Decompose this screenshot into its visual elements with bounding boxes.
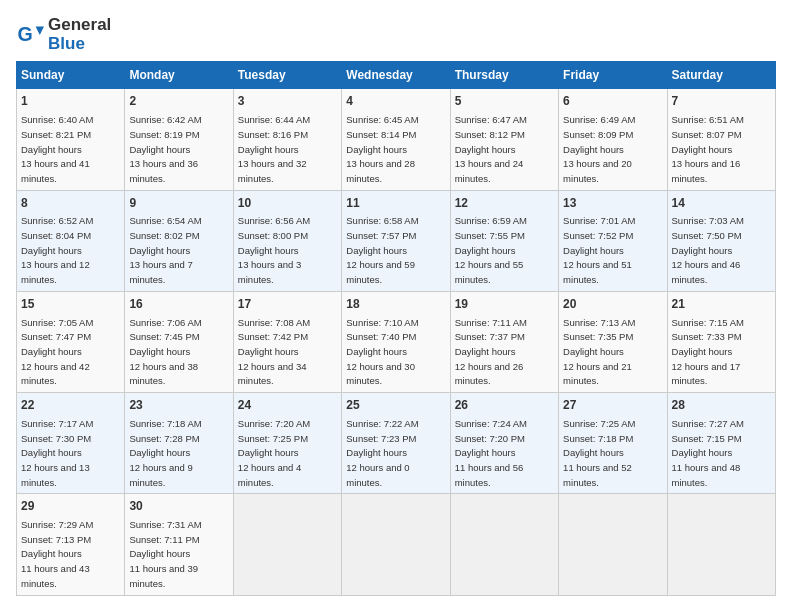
day-info: Sunrise: 6:42 AMSunset: 8:19 PMDaylight …	[129, 114, 201, 184]
day-number: 1	[21, 93, 120, 110]
day-info: Sunrise: 6:40 AMSunset: 8:21 PMDaylight …	[21, 114, 93, 184]
calendar-cell: 29Sunrise: 7:29 AMSunset: 7:13 PMDayligh…	[17, 494, 125, 595]
day-info: Sunrise: 6:59 AMSunset: 7:55 PMDaylight …	[455, 215, 527, 285]
day-number: 12	[455, 195, 554, 212]
day-number: 6	[563, 93, 662, 110]
day-number: 27	[563, 397, 662, 414]
calendar-table: SundayMondayTuesdayWednesdayThursdayFrid…	[16, 61, 776, 595]
calendar-cell	[450, 494, 558, 595]
calendar-cell: 14Sunrise: 7:03 AMSunset: 7:50 PMDayligh…	[667, 190, 775, 291]
day-info: Sunrise: 7:08 AMSunset: 7:42 PMDaylight …	[238, 317, 310, 387]
day-number: 26	[455, 397, 554, 414]
day-number: 17	[238, 296, 337, 313]
calendar-cell: 9Sunrise: 6:54 AMSunset: 8:02 PMDaylight…	[125, 190, 233, 291]
day-number: 13	[563, 195, 662, 212]
day-info: Sunrise: 6:58 AMSunset: 7:57 PMDaylight …	[346, 215, 418, 285]
day-number: 28	[672, 397, 771, 414]
day-info: Sunrise: 6:56 AMSunset: 8:00 PMDaylight …	[238, 215, 310, 285]
weekday-header-sunday: Sunday	[17, 62, 125, 89]
day-info: Sunrise: 7:18 AMSunset: 7:28 PMDaylight …	[129, 418, 201, 488]
calendar-cell: 23Sunrise: 7:18 AMSunset: 7:28 PMDayligh…	[125, 393, 233, 494]
day-info: Sunrise: 7:13 AMSunset: 7:35 PMDaylight …	[563, 317, 635, 387]
day-info: Sunrise: 7:27 AMSunset: 7:15 PMDaylight …	[672, 418, 744, 488]
day-info: Sunrise: 7:22 AMSunset: 7:23 PMDaylight …	[346, 418, 418, 488]
calendar-cell: 22Sunrise: 7:17 AMSunset: 7:30 PMDayligh…	[17, 393, 125, 494]
day-number: 30	[129, 498, 228, 515]
day-info: Sunrise: 6:54 AMSunset: 8:02 PMDaylight …	[129, 215, 201, 285]
calendar-cell: 10Sunrise: 6:56 AMSunset: 8:00 PMDayligh…	[233, 190, 341, 291]
logo: G General Blue	[16, 16, 111, 53]
calendar-cell	[559, 494, 667, 595]
day-number: 19	[455, 296, 554, 313]
calendar-cell: 25Sunrise: 7:22 AMSunset: 7:23 PMDayligh…	[342, 393, 450, 494]
calendar-cell: 5Sunrise: 6:47 AMSunset: 8:12 PMDaylight…	[450, 89, 558, 190]
day-info: Sunrise: 7:24 AMSunset: 7:20 PMDaylight …	[455, 418, 527, 488]
day-number: 14	[672, 195, 771, 212]
weekday-header-wednesday: Wednesday	[342, 62, 450, 89]
calendar-cell: 12Sunrise: 6:59 AMSunset: 7:55 PMDayligh…	[450, 190, 558, 291]
day-info: Sunrise: 6:44 AMSunset: 8:16 PMDaylight …	[238, 114, 310, 184]
day-number: 4	[346, 93, 445, 110]
day-number: 2	[129, 93, 228, 110]
day-number: 24	[238, 397, 337, 414]
weekday-header-friday: Friday	[559, 62, 667, 89]
calendar-cell: 2Sunrise: 6:42 AMSunset: 8:19 PMDaylight…	[125, 89, 233, 190]
weekday-header-monday: Monday	[125, 62, 233, 89]
calendar-cell: 3Sunrise: 6:44 AMSunset: 8:16 PMDaylight…	[233, 89, 341, 190]
calendar-cell: 18Sunrise: 7:10 AMSunset: 7:40 PMDayligh…	[342, 291, 450, 392]
weekday-header-tuesday: Tuesday	[233, 62, 341, 89]
day-number: 11	[346, 195, 445, 212]
calendar-cell: 27Sunrise: 7:25 AMSunset: 7:18 PMDayligh…	[559, 393, 667, 494]
day-number: 7	[672, 93, 771, 110]
day-number: 10	[238, 195, 337, 212]
weekday-header-thursday: Thursday	[450, 62, 558, 89]
logo-text-general: General	[48, 15, 111, 34]
weekday-header-saturday: Saturday	[667, 62, 775, 89]
calendar-cell: 13Sunrise: 7:01 AMSunset: 7:52 PMDayligh…	[559, 190, 667, 291]
day-info: Sunrise: 7:10 AMSunset: 7:40 PMDaylight …	[346, 317, 418, 387]
day-number: 16	[129, 296, 228, 313]
day-info: Sunrise: 7:05 AMSunset: 7:47 PMDaylight …	[21, 317, 93, 387]
day-info: Sunrise: 7:17 AMSunset: 7:30 PMDaylight …	[21, 418, 93, 488]
day-info: Sunrise: 6:47 AMSunset: 8:12 PMDaylight …	[455, 114, 527, 184]
day-info: Sunrise: 7:25 AMSunset: 7:18 PMDaylight …	[563, 418, 635, 488]
calendar-cell	[667, 494, 775, 595]
day-info: Sunrise: 6:49 AMSunset: 8:09 PMDaylight …	[563, 114, 635, 184]
day-info: Sunrise: 7:31 AMSunset: 7:11 PMDaylight …	[129, 519, 201, 589]
page-header: G General Blue	[16, 16, 776, 53]
calendar-cell: 24Sunrise: 7:20 AMSunset: 7:25 PMDayligh…	[233, 393, 341, 494]
day-number: 9	[129, 195, 228, 212]
logo-icon: G	[16, 21, 44, 49]
day-info: Sunrise: 7:29 AMSunset: 7:13 PMDaylight …	[21, 519, 93, 589]
day-number: 29	[21, 498, 120, 515]
day-number: 25	[346, 397, 445, 414]
calendar-cell: 20Sunrise: 7:13 AMSunset: 7:35 PMDayligh…	[559, 291, 667, 392]
day-number: 20	[563, 296, 662, 313]
calendar-cell: 28Sunrise: 7:27 AMSunset: 7:15 PMDayligh…	[667, 393, 775, 494]
calendar-cell	[233, 494, 341, 595]
calendar-cell: 26Sunrise: 7:24 AMSunset: 7:20 PMDayligh…	[450, 393, 558, 494]
day-info: Sunrise: 6:52 AMSunset: 8:04 PMDaylight …	[21, 215, 93, 285]
calendar-cell: 30Sunrise: 7:31 AMSunset: 7:11 PMDayligh…	[125, 494, 233, 595]
day-number: 3	[238, 93, 337, 110]
day-number: 23	[129, 397, 228, 414]
day-number: 15	[21, 296, 120, 313]
day-number: 8	[21, 195, 120, 212]
calendar-cell: 4Sunrise: 6:45 AMSunset: 8:14 PMDaylight…	[342, 89, 450, 190]
calendar-cell: 1Sunrise: 6:40 AMSunset: 8:21 PMDaylight…	[17, 89, 125, 190]
day-info: Sunrise: 7:20 AMSunset: 7:25 PMDaylight …	[238, 418, 310, 488]
day-info: Sunrise: 7:06 AMSunset: 7:45 PMDaylight …	[129, 317, 201, 387]
day-number: 5	[455, 93, 554, 110]
day-info: Sunrise: 6:51 AMSunset: 8:07 PMDaylight …	[672, 114, 744, 184]
day-info: Sunrise: 7:15 AMSunset: 7:33 PMDaylight …	[672, 317, 744, 387]
calendar-cell: 19Sunrise: 7:11 AMSunset: 7:37 PMDayligh…	[450, 291, 558, 392]
day-number: 22	[21, 397, 120, 414]
calendar-cell: 16Sunrise: 7:06 AMSunset: 7:45 PMDayligh…	[125, 291, 233, 392]
day-number: 18	[346, 296, 445, 313]
calendar-cell: 15Sunrise: 7:05 AMSunset: 7:47 PMDayligh…	[17, 291, 125, 392]
calendar-cell: 7Sunrise: 6:51 AMSunset: 8:07 PMDaylight…	[667, 89, 775, 190]
calendar-cell: 6Sunrise: 6:49 AMSunset: 8:09 PMDaylight…	[559, 89, 667, 190]
svg-text:G: G	[17, 22, 32, 44]
day-info: Sunrise: 7:11 AMSunset: 7:37 PMDaylight …	[455, 317, 527, 387]
calendar-cell: 8Sunrise: 6:52 AMSunset: 8:04 PMDaylight…	[17, 190, 125, 291]
